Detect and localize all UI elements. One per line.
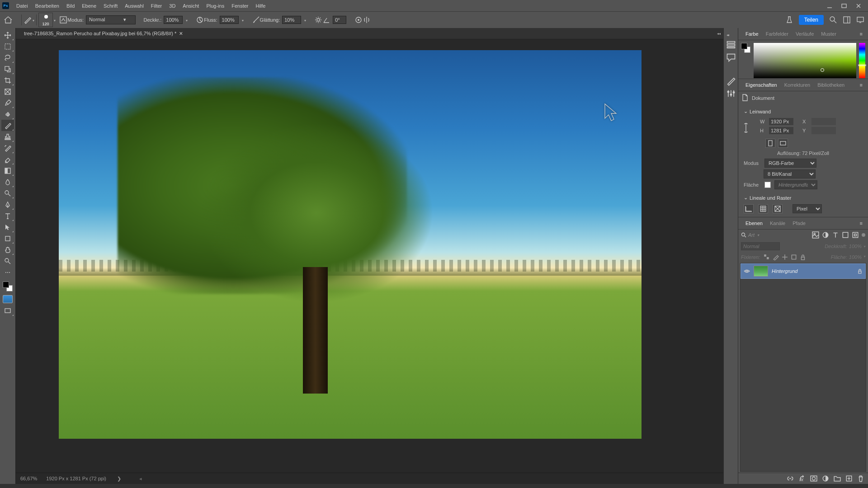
expand-panels-icon[interactable] xyxy=(726,32,736,34)
layer-thumbnail[interactable] xyxy=(754,266,768,277)
layer-group-icon[interactable] xyxy=(834,475,841,482)
smoothing-input[interactable] xyxy=(282,16,301,24)
tab-korrekturen[interactable]: Korrekturen xyxy=(781,80,814,89)
layer-mask-icon[interactable] xyxy=(810,475,817,482)
screen-mode-icon[interactable] xyxy=(856,16,864,24)
menu-hilfe[interactable]: Hilfe xyxy=(252,2,269,10)
layer-visibility-icon[interactable] xyxy=(744,268,750,274)
gradient-tool[interactable] xyxy=(1,165,14,176)
quick-mask-toggle[interactable] xyxy=(3,295,13,303)
menu-fenster[interactable]: Fenster xyxy=(228,2,252,10)
filter-type-icon[interactable] xyxy=(832,231,839,239)
window-maximize[interactable] xyxy=(841,3,847,9)
move-tool[interactable] xyxy=(1,29,14,41)
filter-smartobject-icon[interactable] xyxy=(852,231,859,239)
color-mode-select[interactable]: RGB-Farbe xyxy=(764,159,816,168)
tab-ebenen[interactable]: Ebenen xyxy=(742,219,766,228)
status-chevron[interactable]: ❯ xyxy=(117,476,121,482)
search-icon[interactable] xyxy=(829,16,837,24)
expand-toggle[interactable]: ◂◂ xyxy=(717,32,723,36)
dodge-tool[interactable] xyxy=(1,188,14,199)
y-input[interactable] xyxy=(811,127,836,134)
eyedropper-tool[interactable] xyxy=(1,97,14,108)
hue-slider[interactable] xyxy=(859,43,865,78)
lock-transparency-icon[interactable] xyxy=(764,254,770,260)
menu-ansicht[interactable]: Ansicht xyxy=(179,2,203,10)
zoom-level[interactable]: 66,67% xyxy=(20,476,37,481)
tab-bibliotheken[interactable]: Bibliotheken xyxy=(814,80,848,89)
healing-tool[interactable] xyxy=(1,108,14,120)
lock-pixels-icon[interactable] xyxy=(773,254,779,260)
frame-tool[interactable] xyxy=(1,86,14,97)
history-brush-tool[interactable] xyxy=(1,142,14,154)
home-icon[interactable] xyxy=(4,16,13,24)
type-tool[interactable] xyxy=(1,210,14,221)
tab-kanaele[interactable]: Kanäle xyxy=(766,219,789,228)
hand-tool[interactable] xyxy=(1,244,14,255)
window-close[interactable] xyxy=(856,3,861,9)
link-dimensions-icon[interactable] xyxy=(744,116,748,134)
brush-panel-icon[interactable] xyxy=(59,16,67,24)
filter-pixel-icon[interactable] xyxy=(812,231,819,239)
lock-artboard-icon[interactable] xyxy=(791,254,797,260)
fill-color-swatch[interactable] xyxy=(764,182,771,188)
menu-bild[interactable]: Bild xyxy=(63,2,78,10)
pressure-size-icon[interactable] xyxy=(354,16,363,24)
pen-tool[interactable] xyxy=(1,199,14,210)
orientation-landscape[interactable] xyxy=(778,139,788,148)
brushes-panel-icon[interactable] xyxy=(726,76,736,86)
symmetry-icon[interactable] xyxy=(363,16,371,24)
menu-datei[interactable]: Datei xyxy=(13,2,32,10)
canvas-area[interactable] xyxy=(16,39,723,473)
share-button[interactable]: Teilen xyxy=(799,15,824,25)
crop-tool[interactable] xyxy=(1,75,14,86)
menu-3d[interactable]: 3D xyxy=(165,2,179,10)
tab-close-icon[interactable]: × xyxy=(179,30,183,37)
brush-preview[interactable]: 120 xyxy=(38,13,53,27)
adjustments-panel-icon[interactable] xyxy=(726,89,736,99)
color-swatches[interactable] xyxy=(3,282,13,291)
panel-menu-icon[interactable]: ≡ xyxy=(858,81,864,89)
history-panel-icon[interactable] xyxy=(726,40,736,50)
color-field[interactable] xyxy=(754,43,856,78)
lasso-tool[interactable] xyxy=(1,52,14,63)
canvas-section-toggle[interactable]: ⌄Leinwand xyxy=(744,107,863,116)
edit-toolbar[interactable] xyxy=(1,267,14,278)
tab-muster[interactable]: Muster xyxy=(817,29,840,38)
grid-toggle[interactable] xyxy=(758,204,768,213)
tool-presets-dropdown[interactable] xyxy=(32,17,34,23)
stamp-tool[interactable] xyxy=(1,131,14,142)
filter-adjustment-icon[interactable] xyxy=(822,231,829,239)
filter-on-toggle[interactable] xyxy=(862,233,865,237)
tab-eigenschaften[interactable]: Eigenschaften xyxy=(742,80,781,89)
menu-ebene[interactable]: Ebene xyxy=(78,2,100,10)
layer-name[interactable]: Hintergrund xyxy=(772,268,854,274)
layer-style-icon[interactable]: fx xyxy=(798,475,806,482)
tab-farbe[interactable]: Farbe xyxy=(742,29,762,38)
doc-dimensions[interactable]: 1920 Px x 1281 Px (72 ppi) xyxy=(46,476,106,481)
filter-shape-icon[interactable] xyxy=(842,231,849,239)
panel-menu-icon[interactable]: ≡ xyxy=(858,30,864,38)
beaker-icon[interactable] xyxy=(785,16,793,24)
opacity-input[interactable] xyxy=(164,16,183,24)
layer-opacity-value[interactable]: 100% xyxy=(849,244,862,249)
layer-type-filter[interactable]: Art ▾ xyxy=(741,232,809,238)
canvas-image[interactable] xyxy=(59,50,642,439)
x-input[interactable] xyxy=(811,118,836,125)
brush-tool-icon[interactable] xyxy=(24,16,32,24)
width-input[interactable] xyxy=(769,118,793,125)
menu-schrift[interactable]: Schrift xyxy=(100,2,121,10)
smoothing-dropdown[interactable] xyxy=(303,17,306,23)
blur-tool[interactable] xyxy=(1,176,14,188)
rulers-toggle[interactable] xyxy=(744,204,754,213)
zoom-tool[interactable] xyxy=(1,255,14,267)
marquee-tool[interactable] xyxy=(1,41,14,52)
height-input[interactable] xyxy=(769,127,793,134)
rulers-section-toggle[interactable]: ⌄Lineale und Raster xyxy=(744,193,863,202)
new-layer-icon[interactable] xyxy=(845,475,853,482)
adjustment-layer-icon[interactable] xyxy=(822,475,829,482)
screen-mode-tool[interactable] xyxy=(1,305,14,316)
menu-auswahl[interactable]: Auswahl xyxy=(121,2,147,10)
document-tab[interactable]: tree-7186835_Ramon Perucho auf Pixabay.j… xyxy=(20,28,187,39)
eraser-tool[interactable] xyxy=(1,154,14,165)
